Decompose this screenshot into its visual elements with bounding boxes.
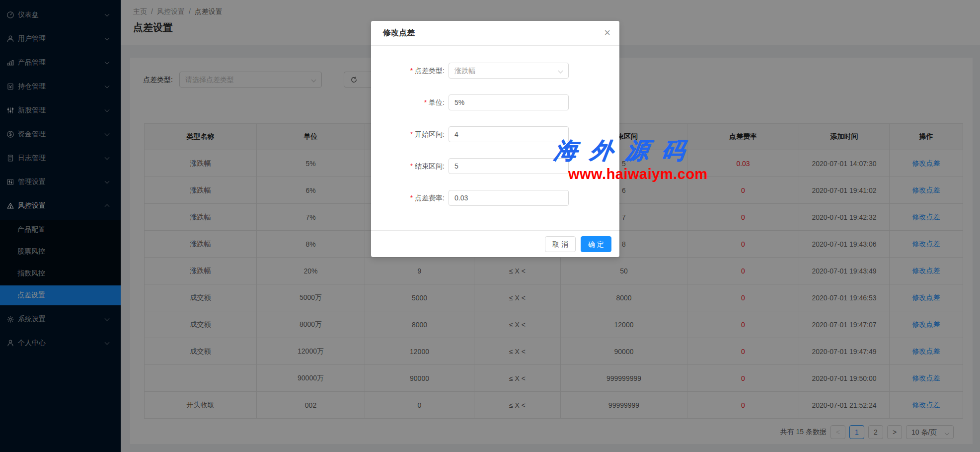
field-label: *点差费率:	[371, 190, 445, 206]
form-row-unit: *单位:	[371, 94, 619, 110]
field-label: *结束区间:	[371, 158, 445, 174]
required-mark: *	[410, 130, 413, 138]
start-range-field[interactable]	[454, 127, 563, 141]
confirm-button[interactable]: 确 定	[581, 236, 611, 252]
chevron-down-icon	[558, 69, 563, 74]
form-row-start-range: *开始区间:	[371, 126, 619, 142]
form-row-spread-type: *点差类型: 涨跌幅	[371, 63, 619, 79]
modal-header: 修改点差 ×	[371, 21, 619, 46]
form-row-fee-rate: *点差费率:	[371, 190, 619, 206]
field-label: *单位:	[371, 94, 445, 110]
required-mark: *	[410, 67, 413, 75]
modal-title: 修改点差	[383, 28, 415, 37]
end-range-field[interactable]	[454, 159, 563, 173]
required-mark: *	[410, 194, 413, 202]
unit-field[interactable]	[454, 95, 563, 109]
fee-rate-field[interactable]	[454, 191, 563, 205]
field-label: *开始区间:	[371, 126, 445, 142]
modal-footer: 取 消 确 定	[371, 230, 619, 257]
close-icon[interactable]: ×	[604, 26, 610, 40]
spread-type-value: 涨跌幅	[454, 67, 475, 75]
required-mark: *	[424, 98, 427, 106]
cancel-button[interactable]: 取 消	[545, 236, 576, 252]
field-label: *点差类型:	[371, 63, 445, 79]
spread-type-field[interactable]: 涨跌幅	[449, 63, 569, 79]
edit-spread-modal: 修改点差 × *点差类型: 涨跌幅 *单位: *开始区间: *结束区间: *点差…	[371, 21, 619, 257]
form-row-end-range: *结束区间:	[371, 158, 619, 174]
required-mark: *	[410, 162, 413, 170]
